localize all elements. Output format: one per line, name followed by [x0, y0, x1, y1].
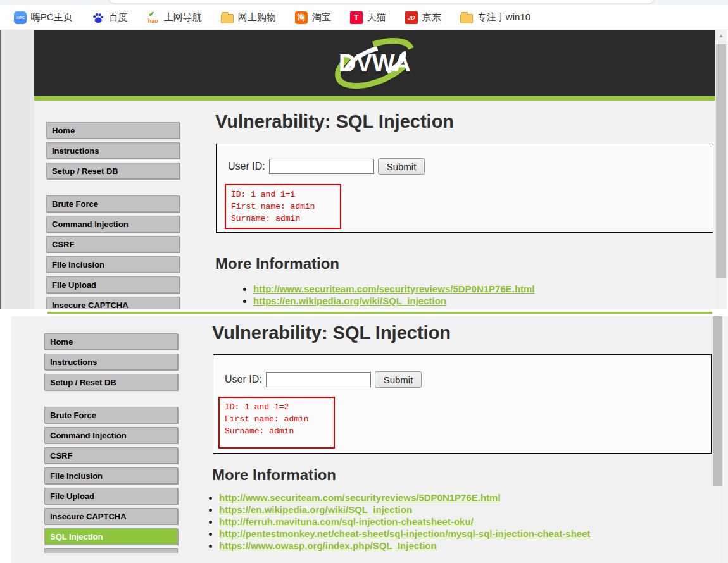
bookmark-taobao[interactable]: 淘 淘宝: [295, 11, 331, 24]
bookmark-jd[interactable]: JD 京东: [405, 11, 441, 24]
menu-item-file-inclusion[interactable]: File Inclusion: [44, 467, 178, 484]
bookmark-hao123[interactable]: ✔ hao 上网导航: [147, 11, 202, 24]
link-mavituna[interactable]: http://ferruh.mavituna.com/sql-injection…: [219, 516, 474, 527]
bookmark-hipc-home[interactable]: HiPC 嗨PC主页: [14, 11, 73, 24]
link-pentestmonkey[interactable]: http://pentestmonkey.net/cheat-sheet/sql…: [219, 528, 590, 539]
bookmark-baidu[interactable]: 百度: [92, 11, 128, 24]
taobao-icon: 淘: [295, 11, 308, 24]
left-gutter: [1, 30, 34, 309]
menu-item-command-injection[interactable]: Command Injection: [46, 216, 180, 232]
dvwa-logo-text: DVWA: [339, 50, 411, 77]
user-id-input[interactable]: [269, 159, 374, 174]
menu-item-brute-force[interactable]: Brute Force: [46, 195, 180, 212]
bookmark-label: 百度: [109, 11, 128, 23]
dvwa-header: DVWA: [34, 30, 715, 96]
link-item: http://ferruh.mavituna.com/sql-injection…: [219, 516, 590, 528]
scrollbar: [712, 316, 723, 563]
baidu-paw-icon: [92, 11, 104, 24]
more-information-links: http://www.securiteam.com/securityreview…: [228, 283, 535, 307]
more-information-heading: More Information: [212, 466, 336, 484]
bookmark-win10-folder[interactable]: 专注于win10: [460, 11, 530, 24]
hipc-icon: HiPC: [14, 11, 27, 24]
link-item: http://pentestmonkey.net/cheat-sheet/sql…: [219, 528, 590, 540]
user-id-label: User ID:: [228, 161, 265, 172]
bookmark-label: 淘宝: [312, 11, 331, 23]
menu-item-command-injection[interactable]: Command Injection: [44, 427, 178, 443]
browser-topbar: [0, 0, 728, 5]
scrollbar-thumb[interactable]: [713, 316, 722, 486]
more-information-heading: More Information: [215, 255, 339, 273]
bookmark-label: 天猫: [367, 11, 386, 23]
sql-result-box: ID: 1 and 1=2 First name: admin Surname:…: [218, 397, 335, 449]
green-banner-stripe: [34, 96, 715, 101]
sql-result-box: ID: 1 and 1=1 First name: admin Surname:…: [225, 184, 341, 229]
link-item: https://www.owasp.org/index.php/SQL_Inje…: [219, 540, 590, 552]
bookmark-tmall[interactable]: T 天猫: [350, 11, 386, 24]
dvwa-logo: DVWA: [321, 33, 429, 94]
vulnerable-code-area: User ID: Submit ID: 1 and 1=1 First name…: [216, 144, 713, 233]
link-wikipedia[interactable]: https://en.wikipedia.org/wiki/SQL_inject…: [219, 504, 412, 515]
check-icon: ✔: [149, 10, 154, 18]
menu-item-sql-injection-active[interactable]: SQL Injection: [44, 528, 178, 545]
menu-item-setup-reset-db[interactable]: Setup / Reset DB: [44, 374, 178, 390]
menu-item-csrf[interactable]: CSRF: [46, 236, 180, 252]
folder-icon: [460, 14, 473, 23]
link-securiteam[interactable]: http://www.securiteam.com/securityreview…: [219, 492, 501, 503]
link-wikipedia[interactable]: https://en.wikipedia.org/wiki/SQL_inject…: [253, 295, 446, 306]
menu-item-csrf[interactable]: CSRF: [44, 447, 178, 464]
result-line: First name: admin: [231, 201, 335, 213]
sidebar-menu: Home Instructions Setup / Reset DB Brute…: [44, 333, 178, 553]
link-item: https://en.wikipedia.org/wiki/SQL_inject…: [219, 504, 590, 516]
user-id-label: User ID:: [225, 374, 262, 385]
menu-item-home[interactable]: Home: [46, 122, 180, 139]
submit-button[interactable]: Submit: [375, 371, 422, 388]
menu-item-instructions[interactable]: Instructions: [46, 142, 180, 159]
jd-icon: JD: [405, 11, 418, 24]
link-item: http://www.securiteam.com/securityreview…: [219, 492, 590, 504]
link-securiteam[interactable]: http://www.securiteam.com/securityreview…: [253, 283, 535, 294]
bookmark-label: 嗨PC主页: [31, 11, 73, 23]
user-id-form: User ID: Submit: [225, 371, 711, 388]
result-line: Surname: admin: [225, 425, 329, 437]
right-margin: [723, 316, 728, 563]
menu-group-gap: [44, 394, 178, 407]
bookmark-label: 网上购物: [238, 11, 276, 23]
more-information-links: http://www.securiteam.com/securityreview…: [194, 492, 590, 552]
result-line: First name: admin: [225, 413, 329, 425]
menu-item-setup-reset-db[interactable]: Setup / Reset DB: [46, 163, 180, 179]
page-top-screenshot: DVWA Home Instructions Setup / Reset DB …: [0, 30, 728, 309]
hao123-icon: ✔ hao: [147, 11, 160, 24]
page-title: Vulnerability: SQL Injection: [212, 323, 451, 343]
menu-item-file-upload[interactable]: File Upload: [46, 276, 180, 293]
menu-item-insecure-captcha[interactable]: Insecure CAPTCHA: [44, 508, 178, 524]
menu-item-brute-force[interactable]: Brute Force: [44, 407, 178, 423]
menu-group-gap: [46, 183, 180, 195]
result-line: ID: 1 and 1=2: [225, 401, 329, 413]
bookmarks-bar: HiPC 嗨PC主页 百度 ✔ hao 上网导航 网上购物 淘: [0, 5, 728, 30]
link-item: https://en.wikipedia.org/wiki/SQL_inject…: [253, 295, 535, 307]
bookmark-label: 京东: [422, 11, 441, 23]
menu-item-home[interactable]: Home: [44, 333, 178, 350]
tmall-icon: T: [350, 11, 363, 24]
scroll-up-arrow-icon[interactable]: ▲: [715, 30, 727, 42]
link-owasp[interactable]: https://www.owasp.org/index.php/SQL_Inje…: [219, 540, 437, 551]
user-id-input[interactable]: [266, 372, 371, 387]
menu-item-instructions[interactable]: Instructions: [44, 354, 178, 370]
vulnerable-code-area: User ID: Submit ID: 1 and 1=2 First name…: [213, 354, 712, 454]
folder-icon: [221, 14, 234, 23]
scrollbar-thumb[interactable]: [716, 44, 726, 278]
menu-item-clipped[interactable]: [44, 548, 178, 553]
dvwa-page: DVWA Home Instructions Setup / Reset DB …: [34, 30, 715, 309]
address-bar-bottom[interactable]: [108, 0, 656, 4]
result-line: Surname: admin: [231, 213, 335, 225]
sidebar-menu: Home Instructions Setup / Reset DB Brute…: [46, 122, 180, 309]
menu-item-file-inclusion[interactable]: File Inclusion: [46, 256, 180, 273]
bookmark-label: 上网导航: [164, 11, 202, 23]
submit-button[interactable]: Submit: [378, 158, 425, 175]
bookmark-shopping-folder[interactable]: 网上购物: [221, 11, 276, 24]
menu-item-file-upload[interactable]: File Upload: [44, 488, 178, 504]
menu-item-insecure-captcha[interactable]: Insecure CAPTCHA: [46, 297, 180, 309]
page-bottom-screenshot: Home Instructions Setup / Reset DB Brute…: [0, 316, 728, 563]
link-item: http://www.securiteam.com/securityreview…: [253, 283, 535, 295]
green-divider-line: [47, 312, 712, 314]
